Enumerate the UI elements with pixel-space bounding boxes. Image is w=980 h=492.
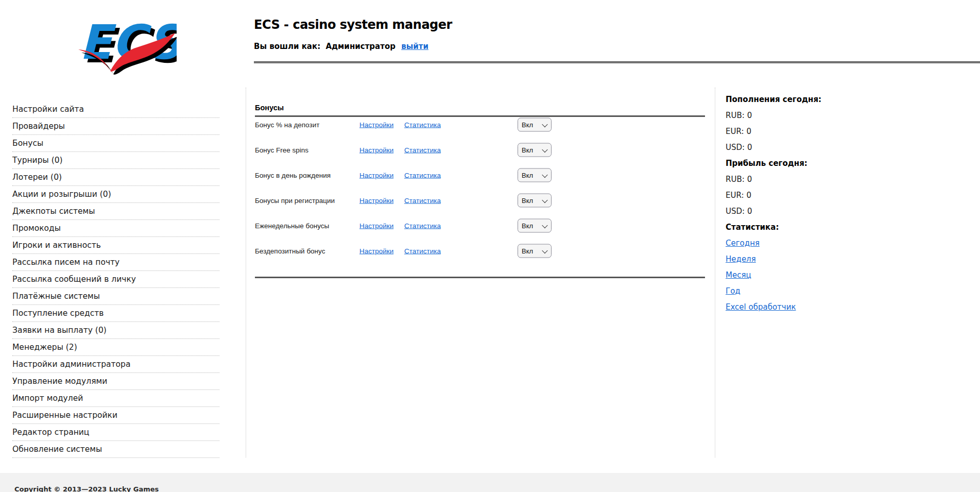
bonus-toggle-wrap: Вкл [518,218,552,232]
sidebar-item[interactable]: Менеджеры (2) [12,339,219,356]
currency-line: USD:0 [726,203,880,219]
sidebar-item[interactable]: Турниры (0) [12,152,219,169]
currency-value: 0 [746,191,751,200]
bonus-settings-link[interactable]: Настройки [359,247,393,255]
bonus-settings-link[interactable]: Настройки [359,146,393,154]
sidebar-item[interactable]: Импорт модулей [12,390,219,407]
currency-line: EUR:0 [726,187,880,203]
bonus-stats-link[interactable]: Статистика [404,171,441,179]
bonus-toggle-wrap: Вкл [518,143,552,157]
profit-today-header: Прибыль сегодня: [726,155,880,171]
stats-link[interactable]: Сегодня [726,239,760,248]
bonus-toggle-wrap: Вкл [518,117,552,131]
stats-link[interactable]: Месяц [726,270,751,280]
sidebar-item[interactable]: Джекпоты системы [12,203,219,220]
currency-value: 0 [747,175,752,184]
stats-link[interactable]: Excel обработчик [726,302,796,312]
sidebar-item[interactable]: Управление модулями [12,373,219,390]
sidebar-item-label: Поступление средств [12,309,104,318]
currency-value: 0 [747,207,752,216]
bonus-list: Бонус % на депозитНастройкиСтатистикаВкл… [255,112,705,263]
sidebar-item-label: Бонусы [12,139,43,148]
stats-link[interactable]: Год [726,286,741,296]
bonus-stats-link[interactable]: Статистика [404,196,441,204]
bonus-stats-link[interactable]: Статистика [404,247,441,255]
bonus-settings-link[interactable]: Настройки [359,171,393,179]
ecs-logo: ECS ECS [71,7,177,78]
sidebar-item-label: Платёжные системы [12,292,100,301]
sidebar-item-label: Управление модулями [12,377,107,386]
login-status: Вы вошли как: Администратор выйти [254,42,428,51]
sidebar-item[interactable]: Поступление средств [12,305,219,322]
sidebar-item-label: Настройки сайта [12,105,84,114]
bonus-toggle-select[interactable]: Вкл [518,117,552,131]
sidebar-item[interactable]: Настройки администратора [12,356,219,373]
bonus-settings-link[interactable]: Настройки [359,196,393,204]
bonus-row: Бонус % на депозитНастройкиСтатистикаВкл [255,112,705,137]
logout-link[interactable]: выйти [401,42,428,51]
sidebar-item[interactable]: Акции и розыгрыши (0) [12,186,219,203]
sidebar-item-label: Промокоды [12,224,61,233]
sidebar-item[interactable]: Редактор страниц [12,424,219,441]
bonus-name: Бездепозитный бонус [255,247,325,255]
currency-label: USD: [726,207,745,216]
stats-link-line: Excel обработчик [726,299,880,315]
stats-panel: Пополнения сегодня:RUB:0EUR:0USD:0Прибыл… [726,91,880,315]
sidebar-item[interactable]: Игроки и активность [12,237,219,254]
bonus-toggle-select[interactable]: Вкл [518,244,552,258]
sidebar-item[interactable]: Провайдеры [12,118,219,135]
section-title: Бонусы [255,104,284,112]
bonus-row: Бонус Free spinsНастройкиСтатистикаВкл [255,137,705,162]
bonus-row: Бездепозитный бонусНастройкиСтатистикаВк… [255,238,705,263]
bonus-toggle-select[interactable]: Вкл [518,168,552,182]
sidebar-item[interactable]: Платёжные системы [12,288,219,305]
sidebar-item-label: Турниры (0) [12,156,63,165]
bonus-name: Бонус в день рождения [255,171,331,179]
bonus-settings-link[interactable]: Настройки [359,121,393,128]
sidebar-item-label: Акции и розыгрыши (0) [12,190,111,199]
sidebar-item-label: Заявки на выплату (0) [12,326,107,335]
bonus-stats-link[interactable]: Статистика [404,222,441,229]
currency-value: 0 [747,111,752,120]
stats-link[interactable]: Неделя [726,255,756,264]
stats-link-line: Год [726,283,880,299]
sidebar-item-label: Игроки и активность [12,241,101,250]
sidebar-item[interactable]: Промокоды [12,220,219,237]
sidebar-item-label: Джекпоты системы [12,207,95,216]
sidebar-item[interactable]: Рассылка сообщений в личку [12,271,219,288]
stats-link-line: Месяц [726,267,880,283]
bonus-stats-link[interactable]: Статистика [404,146,441,154]
sidebar-item[interactable]: Расширенные настройки [12,407,219,424]
login-user: Администратор [325,42,396,51]
bonus-name: Бонус % на депозит [255,121,319,128]
bonus-row: Бонусы при регистрацииНастройкиСтатистик… [255,188,705,213]
bonus-row: Еженедельные бонусыНастройкиСтатистикаВк… [255,213,705,238]
bonus-stats-link[interactable]: Статистика [404,121,441,128]
currency-label: EUR: [726,191,744,200]
bonus-settings-link[interactable]: Настройки [359,222,393,229]
header-divider [254,61,980,63]
bonus-toggle-select[interactable]: Вкл [518,193,552,207]
statistics-header: Статистика: [726,219,880,235]
sidebar-item-label: Рассылка сообщений в личку [12,275,136,284]
sidebar-item[interactable]: Настройки сайта [12,101,219,118]
sidebar-item-label: Менеджеры (2) [12,343,77,352]
sidebar-item[interactable]: Бонусы [12,135,219,152]
sidebar-item-label: Рассылка писем на почту [12,258,119,267]
sidebar-item[interactable]: Заявки на выплату (0) [12,322,219,339]
bonus-toggle-select[interactable]: Вкл [518,218,552,232]
bonus-toggle-wrap: Вкл [518,244,552,258]
bonus-toggle-select[interactable]: Вкл [518,143,552,157]
sidebar-item-label: Обновление системы [12,445,102,454]
deposits-today-header: Пополнения сегодня: [726,91,880,107]
currency-line: RUB:0 [726,171,880,187]
sidebar-item-label: Редактор страниц [12,428,89,437]
bonus-row: Бонус в день рожденияНастройкиСтатистика… [255,162,705,188]
currency-value: 0 [747,143,752,152]
sidebar-item[interactable]: Обновление системы [12,441,219,458]
currency-label: RUB: [726,175,745,184]
currency-label: USD: [726,143,745,152]
sidebar-item[interactable]: Лотереи (0) [12,169,219,186]
sidebar-item-label: Лотереи (0) [12,173,62,182]
sidebar-item[interactable]: Рассылка писем на почту [12,254,219,271]
